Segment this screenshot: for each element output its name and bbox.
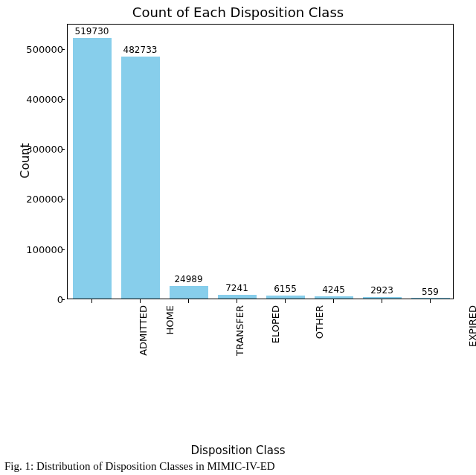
x-tick: [188, 299, 189, 303]
bar-value-label: 6155: [274, 284, 297, 294]
bar: [73, 38, 112, 299]
bar: [411, 298, 450, 299]
bar-value-label: 7241: [225, 283, 248, 293]
y-tick-label: 300000: [4, 144, 63, 155]
bar-value-label: 24989: [174, 274, 202, 284]
bar-value-label: 519730: [75, 26, 109, 36]
x-tick: [382, 299, 382, 303]
x-tick-label: ADMITTED: [137, 305, 148, 356]
x-tick-label: HOME: [164, 305, 176, 334]
bar-value-label: 4245: [322, 284, 345, 295]
bar: [315, 296, 353, 299]
chart-title: Count of Each Disposition Class: [0, 4, 476, 20]
x-tick-label: TRANSFER: [234, 305, 245, 356]
y-tick-label: 500000: [4, 43, 63, 54]
bar-value-label: 482733: [123, 45, 158, 55]
x-tick-label: EXPIRED: [467, 305, 476, 347]
y-tick-label: 200000: [4, 194, 63, 205]
x-tick-label: OTHER: [314, 305, 325, 339]
bar-value-label: 559: [422, 287, 439, 297]
bar-value-label: 2923: [370, 285, 393, 296]
y-tick-label: 100000: [4, 243, 63, 255]
x-tick-label: ELOPED: [270, 305, 281, 343]
x-tick: [430, 299, 431, 303]
plot-area: 519730482733249897241615542452923559: [67, 24, 454, 299]
bar: [218, 295, 257, 299]
bar: [170, 286, 208, 299]
figure-container: Count of Each Disposition Class 51973048…: [0, 0, 476, 475]
y-tick-label: 400000: [4, 93, 63, 104]
x-tick: [285, 299, 286, 303]
bars-group: 519730482733249897241615542452923559: [68, 25, 453, 299]
x-tick: [140, 299, 141, 303]
bar: [363, 297, 402, 299]
y-tick-label: 0: [4, 294, 63, 305]
figure-caption: Fig. 1: Distribution of Disposition Clas…: [4, 460, 473, 473]
x-tick: [237, 299, 237, 303]
x-axis-label: Disposition Class: [0, 444, 476, 457]
bar: [266, 296, 305, 299]
y-axis-label: Count: [18, 143, 32, 179]
x-tick: [91, 299, 92, 303]
bar: [121, 57, 160, 299]
x-tick: [333, 299, 334, 303]
